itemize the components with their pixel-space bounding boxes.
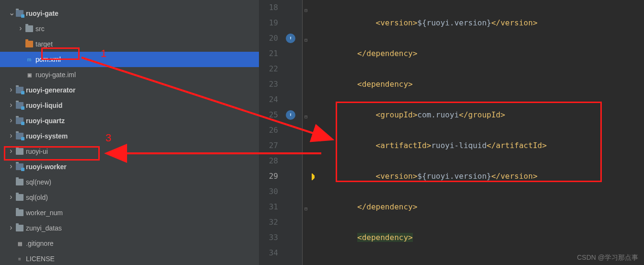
tree-folder-zunyi[interactable]: zunyi_datas [0, 220, 259, 236]
chevron-right-icon [9, 162, 13, 171]
code-editor[interactable]: 181920 212223 242526 272829 303132 3334 … [259, 0, 644, 265]
module-folder-icon [16, 87, 23, 93]
folder-icon [16, 209, 23, 216]
tree-folder-ruoyi-gate[interactable]: ruoyi-gate [0, 6, 259, 21]
tree-label: ruoyi-worker [26, 163, 67, 171]
tree-label: ruoyi-gate [26, 10, 59, 17]
tree-folder-target[interactable]: target [0, 36, 259, 52]
folder-icon [16, 179, 23, 185]
tree-folder-workernum[interactable]: worker_num [0, 205, 259, 220]
module-folder-icon [16, 102, 23, 109]
chevron-right-icon [9, 86, 13, 94]
excluded-folder-icon [25, 41, 33, 47]
folder-icon [25, 25, 33, 32]
file-icon: ≡ [16, 255, 23, 263]
tree-label: ruoyi-generator [26, 86, 75, 94]
tree-label: LICENSE [26, 255, 55, 263]
tree-label: target [35, 40, 53, 48]
tree-folder-worker[interactable]: ruoyi-worker [0, 159, 259, 174]
tree-file-license[interactable]: ≡ LICENSE [0, 251, 259, 265]
folder-icon [16, 194, 23, 201]
tree-label: pom.xml [35, 56, 61, 63]
chevron-right-icon [9, 116, 13, 125]
tree-label: ruoyi-ui [26, 148, 48, 155]
tree-folder-sqlold[interactable]: sql(old) [0, 190, 259, 205]
tree-label: sql(old) [26, 194, 48, 201]
chevron-right-icon [9, 101, 13, 110]
watermark: CSDN @学习那点事 [577, 253, 638, 262]
tree-label: ruoyi-system [26, 132, 68, 140]
tree-label: ruoyi-liquid [26, 102, 62, 109]
folder-icon [16, 225, 23, 231]
folder-icon [16, 148, 23, 155]
tree-folder-generator[interactable]: ruoyi-generator [0, 82, 259, 98]
tree-label: ruoyi-gate.iml [35, 71, 76, 79]
gutter-nav-icon[interactable]: ⬆ [286, 110, 295, 120]
tree-label: .gitignore [26, 240, 54, 247]
tree-label: ruoyi-quartz [26, 117, 65, 125]
tree-folder-sqlnew[interactable]: sql(new) [0, 174, 259, 190]
tree-folder-system[interactable]: ruoyi-system [0, 128, 259, 144]
tree-folder-quartz[interactable]: ruoyi-quartz [0, 113, 259, 128]
tree-folder-liquid[interactable]: ruoyi-liquid [0, 98, 259, 113]
tree-label: worker_num [26, 209, 63, 217]
maven-file-icon: m [25, 56, 33, 63]
tree-folder-src[interactable]: src [0, 21, 259, 36]
code-content[interactable]: <version>${ruoyi.version}</version> </de… [312, 0, 584, 265]
chevron-down-icon [9, 9, 13, 18]
tree-label: sql(new) [26, 178, 51, 186]
tree-label: src [35, 25, 45, 33]
iml-file-icon: ▣ [25, 71, 33, 79]
module-folder-icon [16, 163, 23, 170]
chevron-right-icon [18, 24, 23, 33]
chevron-right-icon [9, 132, 13, 140]
tree-file-iml[interactable]: ▣ ruoyi-gate.iml [0, 67, 259, 82]
fold-gutter: ⊟ ⊟ ⊟ ⊟ [302, 0, 312, 265]
module-folder-icon [16, 133, 23, 139]
gutter-nav-icon[interactable]: ⬆ [286, 34, 295, 43]
project-tree[interactable]: ruoyi-gate src target m pom.xml ▣ ruoyi-… [0, 0, 259, 265]
file-icon: ▤ [16, 240, 23, 247]
line-number-gutter: 181920 212223 242526 272829 303132 3334 [259, 0, 283, 265]
tree-folder-ui[interactable]: ruoyi-ui [0, 144, 259, 159]
module-folder-icon [16, 10, 23, 17]
chevron-right-icon [9, 224, 13, 232]
chevron-right-icon [9, 147, 13, 156]
gutter-icons: ⬆ ⬆ [283, 0, 302, 265]
tree-file-pom-selected[interactable]: m pom.xml [0, 52, 259, 67]
tree-file-gitignore[interactable]: ▤ .gitignore [0, 236, 259, 251]
module-folder-icon [16, 117, 23, 124]
chevron-right-icon [9, 193, 13, 202]
tree-label: zunyi_datas [26, 224, 62, 232]
